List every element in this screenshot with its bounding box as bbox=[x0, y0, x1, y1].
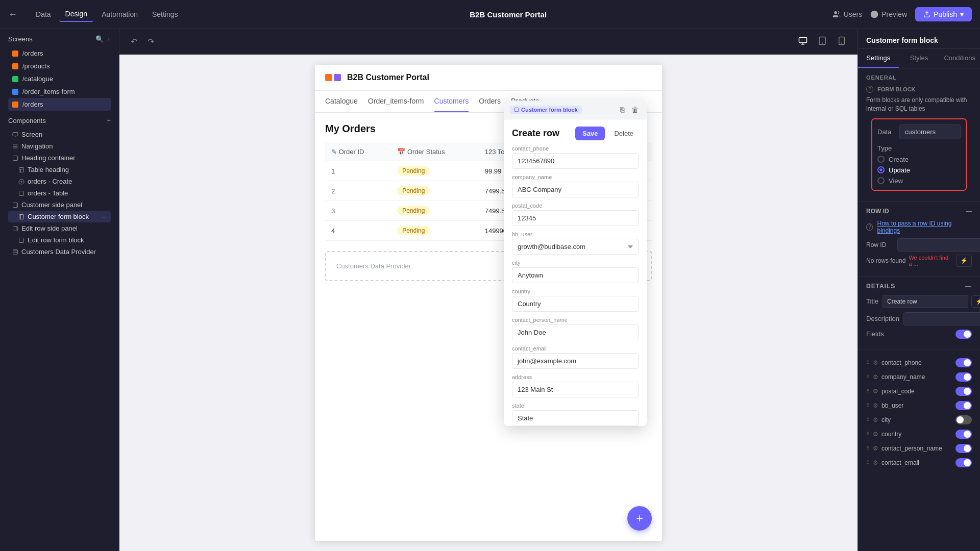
no-rows-binding-button[interactable]: ⚡ bbox=[956, 255, 972, 267]
copy-button[interactable]: ⎘ bbox=[618, 105, 626, 115]
component-screen[interactable]: Screen bbox=[8, 129, 111, 140]
component-table-heading[interactable]: Table heading bbox=[8, 164, 111, 176]
title-binding-button[interactable]: ⚡ bbox=[971, 295, 980, 308]
screen-catalogue[interactable]: /catalogue bbox=[8, 72, 111, 85]
contact-email-input[interactable] bbox=[512, 353, 639, 369]
city-input[interactable] bbox=[512, 267, 639, 283]
field-settings-icon[interactable]: ⚙ bbox=[873, 431, 878, 438]
drag-handle[interactable]: ⠿ bbox=[866, 388, 870, 394]
drag-handle[interactable]: ⠿ bbox=[866, 445, 870, 451]
row-id-link[interactable]: How to pass a row ID using bindings bbox=[877, 220, 972, 234]
bb-user-select[interactable]: growth@budibase.com bbox=[512, 239, 639, 255]
field-toggle[interactable] bbox=[955, 415, 972, 424]
component-customer-side-panel[interactable]: Customer side panel bbox=[8, 199, 111, 211]
nav-settings[interactable]: Settings bbox=[146, 7, 184, 21]
row-id-input[interactable] bbox=[897, 238, 980, 252]
fab-add-button[interactable]: + bbox=[627, 506, 652, 531]
tab-conditions[interactable]: Conditions bbox=[939, 49, 980, 68]
app-header: B2B Customer Portal bbox=[315, 65, 662, 91]
field-settings-icon[interactable]: ⚙ bbox=[873, 373, 878, 381]
country-input[interactable] bbox=[512, 296, 639, 312]
type-update[interactable]: Update bbox=[877, 166, 961, 174]
publish-button[interactable]: Publish ▾ bbox=[915, 7, 972, 21]
drag-handle[interactable]: ⠿ bbox=[866, 374, 870, 380]
field-settings-icon[interactable]: ⚙ bbox=[873, 388, 878, 395]
tablet-view-button[interactable] bbox=[815, 34, 830, 49]
nav-order-items-form[interactable]: Order_items-form bbox=[368, 91, 424, 112]
screen-orders-2[interactable]: /orders bbox=[8, 98, 111, 111]
screen-order-items-form[interactable]: /order_items-form bbox=[8, 85, 111, 98]
details-collapse[interactable]: — bbox=[965, 283, 972, 290]
field-toggle[interactable] bbox=[955, 387, 972, 396]
delete-panel-button[interactable]: 🗑 bbox=[629, 105, 641, 115]
row-id-info-icon[interactable]: ? bbox=[866, 223, 873, 231]
component-orders-table[interactable]: orders - Table bbox=[8, 187, 111, 199]
preview-button[interactable]: Preview bbox=[870, 10, 907, 18]
drag-handle[interactable]: ⠿ bbox=[866, 360, 870, 365]
field-toggle[interactable] bbox=[955, 358, 972, 367]
form-block-info-icon[interactable]: ? bbox=[866, 86, 873, 93]
component-navigation[interactable]: Navigation bbox=[8, 140, 111, 152]
field-settings-icon[interactable]: ⚙ bbox=[873, 459, 878, 466]
component-edit-row-form-block[interactable]: Edit row form block bbox=[8, 234, 111, 246]
fields-toggle[interactable] bbox=[955, 330, 972, 339]
nav-catalogue[interactable]: Catalogue bbox=[325, 91, 358, 112]
field-settings-icon[interactable]: ⚙ bbox=[873, 445, 878, 452]
desktop-icon bbox=[798, 36, 807, 45]
description-input[interactable] bbox=[903, 312, 980, 325]
undo-button[interactable]: ↶ bbox=[128, 35, 140, 48]
field-settings-icon[interactable]: ⚙ bbox=[873, 359, 878, 366]
screens-section: Screens 🔍 + /orders /products /catalogue bbox=[0, 29, 119, 113]
back-button[interactable]: ← bbox=[8, 9, 17, 20]
delete-button[interactable]: Delete bbox=[609, 127, 639, 140]
field-settings-icon[interactable]: ⚙ bbox=[873, 416, 878, 423]
save-button[interactable]: Save bbox=[575, 127, 605, 140]
nav-automation[interactable]: Automation bbox=[95, 7, 144, 21]
component-orders-create[interactable]: orders - Create bbox=[8, 176, 111, 187]
data-select[interactable]: customers bbox=[899, 124, 961, 139]
component-customer-form-block[interactable]: Customer form block ··· bbox=[8, 211, 111, 222]
tab-styles[interactable]: Styles bbox=[899, 49, 940, 68]
component-more-menu[interactable]: ··· bbox=[102, 213, 107, 220]
contact-person-name-input[interactable] bbox=[512, 324, 639, 340]
field-toggle[interactable] bbox=[955, 430, 972, 439]
nav-data[interactable]: Data bbox=[30, 7, 57, 21]
redo-button[interactable]: ↷ bbox=[144, 35, 157, 48]
address-input[interactable] bbox=[512, 382, 639, 397]
drag-handle[interactable]: ⠿ bbox=[866, 417, 870, 422]
nav-orders[interactable]: Orders bbox=[479, 91, 501, 112]
add-component-button[interactable]: + bbox=[107, 117, 111, 124]
field-settings-icon[interactable]: ⚙ bbox=[873, 402, 878, 409]
component-customers-data-provider[interactable]: Customers Data Provider bbox=[8, 246, 111, 258]
field-toggle[interactable] bbox=[955, 458, 972, 467]
state-input[interactable] bbox=[512, 410, 639, 426]
field-toggle[interactable] bbox=[955, 372, 972, 382]
postal-code-input[interactable] bbox=[512, 210, 639, 226]
contact-phone-input[interactable] bbox=[512, 153, 639, 169]
drag-handle[interactable]: ⠿ bbox=[866, 403, 870, 408]
mobile-view-button[interactable] bbox=[834, 34, 849, 49]
field-toggle[interactable] bbox=[955, 444, 972, 453]
canvas-toolbar: ↶ ↷ bbox=[119, 29, 857, 55]
search-screens-button[interactable]: 🔍 bbox=[95, 35, 104, 43]
users-button[interactable]: Users bbox=[832, 10, 863, 18]
title-input[interactable] bbox=[883, 295, 968, 308]
component-heading-container[interactable]: Heading container bbox=[8, 152, 111, 164]
screen-products[interactable]: /products bbox=[8, 60, 111, 72]
type-create[interactable]: Create bbox=[877, 156, 961, 163]
nav-design[interactable]: Design bbox=[59, 7, 94, 22]
form-block-description: Form blocks are only compatible with int… bbox=[866, 96, 972, 113]
type-view[interactable]: View bbox=[877, 177, 961, 185]
svg-rect-17 bbox=[19, 191, 24, 195]
tab-settings[interactable]: Settings bbox=[858, 49, 899, 68]
desktop-view-button[interactable] bbox=[795, 34, 811, 49]
nav-customers[interactable]: Customers bbox=[434, 91, 469, 112]
company-name-input[interactable] bbox=[512, 182, 639, 197]
field-toggle[interactable] bbox=[955, 401, 972, 410]
row-id-collapse[interactable]: — bbox=[966, 208, 972, 215]
drag-handle[interactable]: ⠿ bbox=[866, 431, 870, 437]
component-edit-row-side-panel[interactable]: Edit row side panel bbox=[8, 222, 111, 234]
screen-orders-1[interactable]: /orders bbox=[8, 47, 111, 60]
drag-handle[interactable]: ⠿ bbox=[866, 460, 870, 465]
add-screen-button[interactable]: + bbox=[107, 35, 111, 43]
